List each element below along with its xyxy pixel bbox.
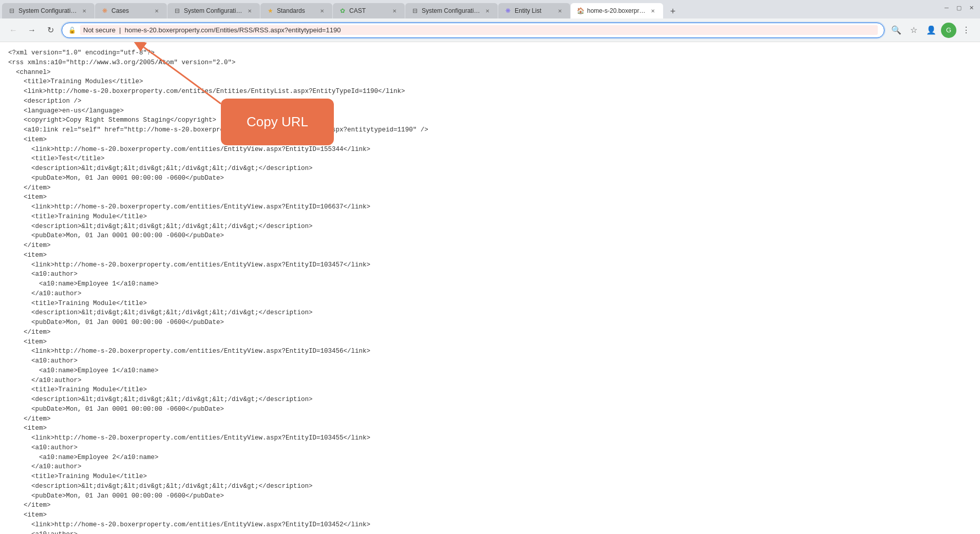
tabs-bar: ⊟ System Configuration ✕ ❋ Cases ✕ ⊟ Sys… <box>0 0 980 18</box>
tab-close-6[interactable]: ✕ <box>483 7 492 15</box>
tab-title-4: Standards <box>277 7 315 14</box>
security-icon: 🔓 <box>68 27 76 34</box>
tab-close-8[interactable]: ✕ <box>649 7 657 15</box>
profile-circle[interactable]: G <box>941 23 956 38</box>
tab-close-5[interactable]: ✕ <box>390 7 399 15</box>
more-button[interactable]: ⋮ <box>958 23 974 38</box>
tab-title-7: Entity List <box>515 7 553 14</box>
tab-favicon-6: ⊟ <box>411 7 419 14</box>
window-controls: ─ ▢ ✕ <box>943 4 975 11</box>
tab-cases[interactable]: ❋ Cases ✕ <box>95 3 167 18</box>
tab-system-config-1[interactable]: ⊟ System Configuration ✕ <box>2 3 95 18</box>
bookmark-button[interactable]: ☆ <box>906 23 921 38</box>
tab-favicon-1: ⊟ <box>8 7 15 14</box>
tab-close-7[interactable]: ✕ <box>556 7 564 15</box>
tab-favicon-4: ★ <box>267 7 274 14</box>
tab-close-3[interactable]: ✕ <box>246 7 254 15</box>
tab-title-6: System Configuration <box>422 7 480 14</box>
tab-entity-list[interactable]: ❋ Entity List ✕ <box>498 3 570 18</box>
reload-button[interactable]: ↻ <box>43 23 58 37</box>
content-area: <?xml version="1.0" encoding="utf-8"?> <… <box>0 42 980 534</box>
forward-button[interactable]: → <box>25 23 39 37</box>
tab-favicon-8: 🏠 <box>577 7 584 14</box>
xml-display: <?xml version="1.0" encoding="utf-8"?> <… <box>8 48 972 534</box>
maximize-button[interactable]: ▢ <box>955 4 963 11</box>
tab-favicon-7: ❋ <box>504 7 512 14</box>
new-tab-button[interactable]: + <box>666 4 680 18</box>
tab-system-config-3[interactable]: ⊟ System Configuration ✕ <box>405 3 498 18</box>
tab-favicon-3: ⊟ <box>174 7 181 14</box>
close-button[interactable]: ✕ <box>968 4 975 11</box>
minimize-button[interactable]: ─ <box>943 4 950 11</box>
tab-active[interactable]: 🏠 home-s-20.boxerproperty... ✕ <box>571 3 663 18</box>
tab-standards[interactable]: ★ Standards ✕ <box>260 3 332 18</box>
address-bar[interactable]: 🔓 Not secure | home-s-20.boxerproperty.c… <box>62 23 884 38</box>
tab-close-1[interactable]: ✕ <box>80 7 88 15</box>
tab-title-1: System Configuration <box>18 7 77 14</box>
nav-actions: 🔍 ☆ 👤 G ⋮ <box>889 23 974 38</box>
tab-system-config-2[interactable]: ⊟ System Configuration ✕ <box>167 3 260 18</box>
tab-close-2[interactable]: ✕ <box>153 7 161 15</box>
profile-button[interactable]: 👤 <box>924 23 939 38</box>
search-button[interactable]: 🔍 <box>889 23 904 38</box>
tab-title-5: CAST <box>349 7 387 14</box>
tab-close-4[interactable]: ✕ <box>318 7 326 15</box>
tab-favicon-5: ✿ <box>339 7 346 14</box>
tab-title-8: home-s-20.boxerproperty... <box>587 7 646 14</box>
tab-title-2: Cases <box>111 7 149 14</box>
tab-favicon-2: ❋ <box>101 7 108 14</box>
nav-bar: ← → ↻ 🔓 Not secure | home-s-20.boxerprop… <box>0 18 980 42</box>
url-text: home-s-20.boxerproperty.com/Entities/RSS… <box>125 26 341 34</box>
browser-window: ⊟ System Configuration ✕ ❋ Cases ✕ ⊟ Sys… <box>0 0 980 534</box>
back-button[interactable]: ← <box>6 23 21 37</box>
tab-title-3: System Configuration <box>184 7 242 14</box>
tab-cast[interactable]: ✿ CAST ✕ <box>333 3 405 18</box>
protocol-label: Not secure <box>83 26 116 34</box>
address-text: Not secure | home-s-20.boxerproperty.com… <box>80 25 878 35</box>
